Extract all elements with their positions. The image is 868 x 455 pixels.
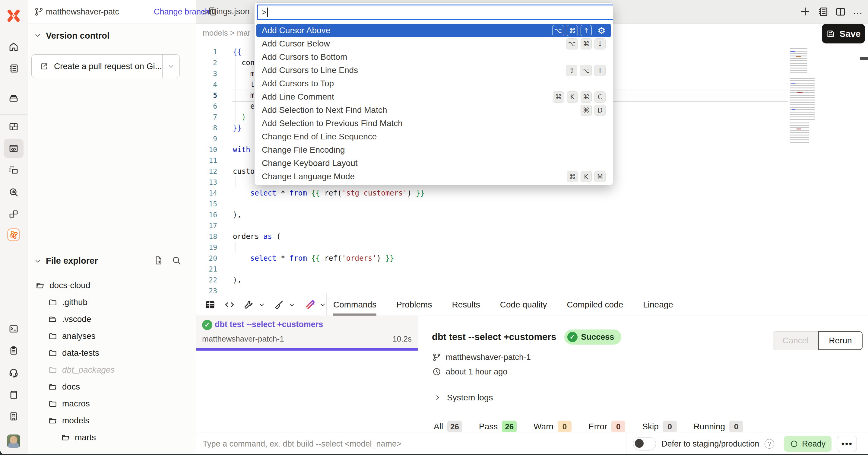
defer-toggle[interactable] [633,437,656,451]
headset-icon[interactable] [7,366,20,379]
palette-item[interactable]: Change File Encoding [256,143,611,157]
chevron-down-icon[interactable] [319,301,326,308]
code-tag-icon[interactable] [224,299,235,310]
palette-item[interactable]: Add Cursor Below⌥⌘↓ [256,37,611,51]
windows-icon[interactable] [7,208,20,221]
key-⌥: ⌥ [580,65,592,76]
copy-icon[interactable] [207,6,218,17]
search-icon[interactable] [171,255,182,266]
system-logs-toggle[interactable]: System logs [434,393,493,402]
organization-icon[interactable] [7,410,20,423]
docs-book-icon[interactable] [7,388,20,401]
archive-icon[interactable] [7,91,20,105]
palette-item[interactable]: Add Cursors to Top [256,77,611,90]
key-I: I [594,65,606,76]
panel-tab-compiled-code[interactable]: Compiled code [567,294,623,315]
line-number: 1 [200,47,217,57]
folder-open-icon [61,433,70,442]
chevron-down-icon[interactable] [34,257,42,265]
ai-assist-icon[interactable] [303,299,315,311]
more-options-icon[interactable]: ⋯ [853,7,864,19]
palette-input[interactable]: > [257,4,613,20]
split-editor-icon[interactable] [835,6,846,18]
tree-item-data-tests[interactable]: data-tests [27,344,196,361]
minimap-block [790,122,809,144]
results-table-icon[interactable] [205,299,216,310]
palette-item-label: Change Language Mode [262,172,355,181]
panel-tab-problems[interactable]: Problems [396,294,432,315]
scrollbar-thumb[interactable] [860,57,868,60]
create-pr-button[interactable]: Create a pull request on Gi... [31,54,180,78]
cancel-button[interactable]: Cancel [773,331,818,350]
tree-item-models[interactable]: models [27,412,196,429]
canvas-select-icon[interactable] [7,164,20,177]
chevron-down-icon[interactable] [288,301,296,308]
tree-item-label: models [62,416,89,425]
query-insights-icon[interactable] [7,186,20,199]
palette-item[interactable]: Add Cursors to Bottom [256,51,611,64]
notebook-panel-icon[interactable] [817,6,829,18]
copilot-atom-icon[interactable] [7,228,20,241]
clipboard-icon[interactable] [7,344,20,357]
indent-guide [236,177,236,188]
palette-item[interactable]: Add Line Comment⌘K⌘C [256,90,611,103]
panel-tab-results[interactable]: Results [452,294,480,315]
file-explorer-title: File explorer [46,256,98,266]
tree-item-dot-vscode[interactable]: .vscode [27,311,196,328]
chevron-down-icon[interactable] [258,301,266,308]
palette-item[interactable]: Add Selection to Previous Find Match [256,117,611,130]
tree-item-analyses[interactable]: analyses [27,328,196,344]
command-input[interactable]: Type a command, ex. dbt build --select <… [203,432,401,455]
tree-item-dot-github[interactable]: .github [27,294,196,311]
build-wrench-icon[interactable] [243,299,254,310]
command-bar-more-button[interactable]: ••• [837,436,857,452]
palette-item[interactable]: Add Cursors to Line Ends⇧⌥I [256,64,611,77]
code-token: }} [381,254,394,263]
code-editor-icon[interactable] [7,142,20,155]
palette-item[interactable]: Change End of Line Sequence [256,130,611,143]
palette-item[interactable]: Add Selection to Next Find Match⌘D [256,103,611,117]
history-list-item[interactable]: ✓ dbt test --select +customers matthewsh… [196,315,418,351]
test-stats-row: All26Pass26Warn0Error0Skip0Running0 [434,421,743,432]
defer-label: Defer to staging/production [661,439,759,449]
dashboard-icon[interactable] [7,120,20,133]
palette-item[interactable]: Change Language Mode⌘KM [256,170,611,183]
format-broom-icon[interactable] [273,299,285,310]
chevron-down-icon[interactable] [34,31,42,39]
pr-button-chevron[interactable] [162,55,180,78]
line-number: 13 [200,177,217,188]
home-icon[interactable] [7,40,20,53]
folder-open-icon [48,382,57,391]
tree-item-dbt_packages[interactable]: dbt_packages [27,361,196,378]
new-file-icon[interactable] [153,255,163,266]
dbt-logo-icon[interactable] [7,9,20,22]
version-control-title: Version control [46,31,110,41]
notebook-icon[interactable] [7,62,20,75]
tree-item-marts[interactable]: marts [27,429,196,446]
line-number: 12 [200,166,217,177]
minimap[interactable] [788,48,816,128]
rerun-button[interactable]: Rerun [818,331,863,350]
save-button[interactable]: Save [822,24,865,43]
tree-item-label: dbt_packages [62,365,115,375]
palette-item[interactable]: Change Keyboard Layout [256,157,611,170]
palette-item[interactable]: Add Cursor Above⌥⌘↑⚙ [256,24,611,37]
stat-skip: Skip0 [642,421,677,432]
tree-item-docs[interactable]: docs [27,378,196,395]
change-branch-link[interactable]: Change branch [154,7,210,17]
new-tab-icon[interactable] [799,5,811,18]
code-token: {{ [311,254,324,263]
tree-item-macros[interactable]: macros [27,395,196,412]
code-token: * [277,189,289,197]
panel-tab-code-quality[interactable]: Code quality [500,294,547,315]
panel-tab-commands[interactable]: Commands [333,294,376,315]
gear-icon[interactable]: ⚙ [597,25,606,36]
ready-status-pill: Ready [784,436,832,452]
user-avatar[interactable] [7,434,20,448]
tree-item-docs-cloud[interactable]: docs-cloud [27,277,196,294]
status-badge: ✓ Success [564,330,622,344]
key-⌘: ⌘ [581,91,592,102]
terminal-icon[interactable] [7,322,20,335]
panel-tab-lineage[interactable]: Lineage [643,294,673,315]
help-icon[interactable]: ? [765,439,774,449]
